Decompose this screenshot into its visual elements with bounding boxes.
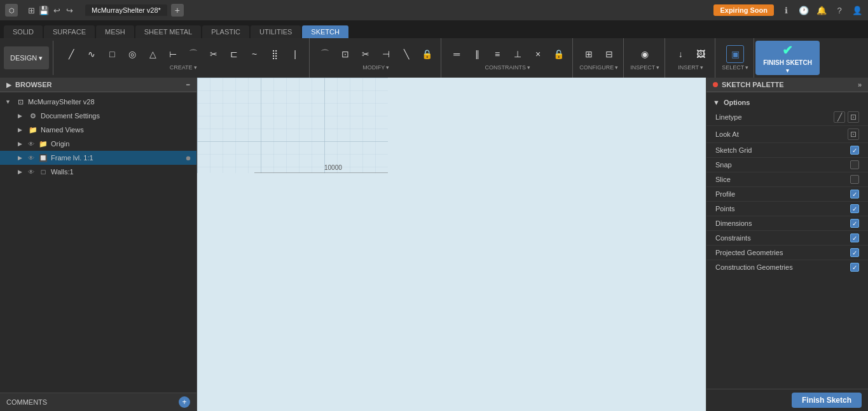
fillet-tool[interactable]: ⌒ — [316, 45, 334, 63]
grid-icon[interactable]: ⊞ — [25, 4, 37, 16]
tab-mesh[interactable]: MESH — [96, 25, 134, 38]
equal-constraint[interactable]: × — [529, 45, 547, 63]
tab-sheet-metal[interactable]: SHEET METAL — [135, 25, 201, 38]
perp-constraint[interactable]: ⊥ — [509, 45, 527, 63]
rect-tool[interactable]: □ — [103, 45, 121, 63]
undo-icon[interactable]: ↩ — [51, 4, 62, 16]
slice-checkbox[interactable] — [850, 175, 859, 184]
eye-frame[interactable]: 👁 — [28, 155, 34, 162]
active-tab[interactable]: McMurrayShelter v28* — [85, 4, 167, 16]
parallel-constraint[interactable]: ≡ — [488, 45, 506, 63]
expiring-soon-button[interactable]: Expiring Soon — [713, 4, 774, 16]
inspect-tool1[interactable]: ◉ — [636, 45, 654, 63]
modify-label: MODIFY ▾ — [362, 64, 389, 71]
pattern-tool[interactable]: ⣿ — [266, 45, 284, 63]
dim-tool[interactable]: ⊢ — [164, 45, 182, 63]
tab-utilities[interactable]: UTILITIES — [251, 25, 301, 38]
config-tool2[interactable]: ⊟ — [600, 45, 618, 63]
lock-constraint[interactable]: 🔒 — [549, 45, 567, 63]
tree-item-named-views[interactable]: ▶ 📁 Named Views — [0, 123, 196, 137]
point-tool[interactable]: ◎ — [123, 45, 141, 63]
offset-tool[interactable]: ⊡ — [336, 45, 354, 63]
points-checkbox[interactable]: ✓ — [850, 204, 859, 213]
create-section: ╱ ∿ □ ◎ △ ⊢ ⌒ ✂ ⊏ ~ ⣿ | CREATE ▾ — [57, 38, 310, 78]
select-section: ▣ SELECT ▾ — [717, 38, 754, 78]
options-header[interactable]: ▼ Options — [706, 96, 868, 109]
tree-item-walls[interactable]: ▶ 👁 □ Walls:1 — [0, 165, 196, 179]
select-tool[interactable]: ▣ — [726, 45, 744, 63]
insert-tool1[interactable]: ↓ — [672, 45, 689, 63]
line-tool[interactable]: ╱ — [62, 45, 80, 63]
eye-walls[interactable]: 👁 — [28, 169, 34, 176]
tab-plastic[interactable]: PLASTIC — [202, 25, 249, 38]
extend-tool[interactable]: ⊣ — [377, 45, 395, 63]
break-tool[interactable]: ╲ — [397, 45, 415, 63]
canvas-area[interactable]: 15000 10000 Ø9052.00 38.10 139 — [197, 78, 706, 411]
arc-tool[interactable]: ⌒ — [184, 45, 202, 63]
constraints-checkbox[interactable]: ✓ — [850, 233, 859, 242]
sketch-grid-checkbox[interactable]: ✓ — [850, 146, 859, 155]
sketch-canvas[interactable]: 15000 10000 Ø9052.00 38.10 139 — [197, 78, 388, 173]
arrow-root: ▼ — [5, 99, 13, 105]
horizontal-constraint[interactable]: ═ — [448, 45, 465, 63]
constraints-label: CONSTRAINTS ▾ — [485, 64, 530, 71]
linetype-btn1[interactable]: ╱ — [834, 111, 845, 123]
lock-modify-tool[interactable]: 🔒 — [418, 45, 436, 63]
projected-geo-checkbox[interactable]: ✓ — [850, 248, 859, 257]
save-icon[interactable]: 💾 — [38, 4, 50, 16]
profile-label: Profile — [715, 190, 850, 198]
snap-checkbox[interactable] — [850, 160, 859, 169]
config-tool1[interactable]: ⊞ — [580, 45, 598, 63]
new-tab-button[interactable]: + — [171, 4, 184, 17]
add-comment-button[interactable]: + — [179, 396, 190, 408]
tab-solid[interactable]: SOLID — [4, 25, 43, 38]
finish-sketch-button[interactable]: Finish Sketch — [792, 393, 862, 408]
tree-item-origin[interactable]: ▶ 👁 📁 Origin — [0, 137, 196, 151]
clock-icon[interactable]: 🕐 — [798, 4, 809, 16]
vline-tool[interactable]: | — [286, 45, 304, 63]
look-at-btn[interactable]: ⊡ — [848, 129, 859, 140]
finish-check-icon: ✔ — [782, 43, 793, 58]
linetype-label: Linetype — [715, 113, 834, 121]
tree-item-frame[interactable]: ▶ 👁 🔲 Frame lvl. 1:1 ⏺ — [0, 151, 196, 165]
titlebar: ⬡ ⊞ 💾 ↩ ↪ McMurrayShelter v28* + Expirin… — [0, 0, 868, 20]
user-icon[interactable]: 👤 — [851, 4, 863, 16]
label-walls: Walls:1 — [51, 168, 191, 176]
info-icon[interactable]: ℹ — [780, 4, 792, 16]
scissors-tool[interactable]: ✂ — [205, 45, 223, 63]
options-row-linetype: Linetype ╱ ⊡ — [706, 109, 868, 126]
points-label: Points — [715, 205, 850, 212]
slice-label: Slice — [715, 176, 850, 183]
bell-icon[interactable]: 🔔 — [816, 4, 827, 16]
tab-sketch[interactable]: SKETCH — [302, 25, 348, 38]
sidebar-expand-icon[interactable]: ▶ — [6, 81, 11, 88]
construction-geo-checkbox[interactable]: ✓ — [850, 263, 859, 272]
help-icon[interactable]: ? — [834, 4, 845, 16]
finish-sketch-toolbar-button[interactable]: ✔ FINISH SKETCH ▾ — [755, 41, 820, 75]
trim-tool[interactable]: ✂ — [357, 45, 375, 63]
icon-origin: 📁 — [38, 139, 48, 149]
eye-origin[interactable]: 👁 — [28, 141, 34, 148]
dimensions-checkbox[interactable]: ✓ — [850, 219, 859, 228]
linetype-btn2[interactable]: ⊡ — [848, 111, 859, 123]
tri-tool[interactable]: △ — [144, 45, 162, 63]
vertical-constraint[interactable]: ‖ — [468, 45, 486, 63]
sketch-palette-collapse[interactable]: » — [858, 81, 862, 88]
insert-tool2[interactable]: 🖼 — [692, 45, 710, 63]
wave-tool[interactable]: ~ — [245, 45, 263, 63]
dimensions-label: Dimensions — [715, 219, 850, 227]
main-content: ▶ BROWSER − ▼ ⊡ McMurrayShelter v28 ▶ ⚙ … — [0, 78, 868, 411]
tree-item-doc-settings[interactable]: ▶ ⚙ Document Settings — [0, 109, 196, 123]
profile-checkbox[interactable]: ✓ — [850, 190, 859, 199]
design-dropdown[interactable]: DESIGN ▾ — [4, 46, 49, 69]
sidebar-collapse-btn[interactable]: − — [186, 81, 190, 88]
redo-icon[interactable]: ↪ — [64, 4, 75, 16]
icon-root: ⊡ — [15, 97, 25, 107]
create-label: CREATE ▾ — [170, 64, 197, 71]
icon-walls: □ — [38, 167, 48, 177]
spline-tool[interactable]: ∿ — [83, 45, 100, 63]
slot-tool[interactable]: ⊏ — [225, 45, 243, 63]
options-row-sketch-grid: Sketch Grid ✓ — [706, 143, 868, 158]
tree-item-root[interactable]: ▼ ⊡ McMurrayShelter v28 — [0, 95, 196, 109]
tab-surface[interactable]: SURFACE — [44, 25, 95, 38]
